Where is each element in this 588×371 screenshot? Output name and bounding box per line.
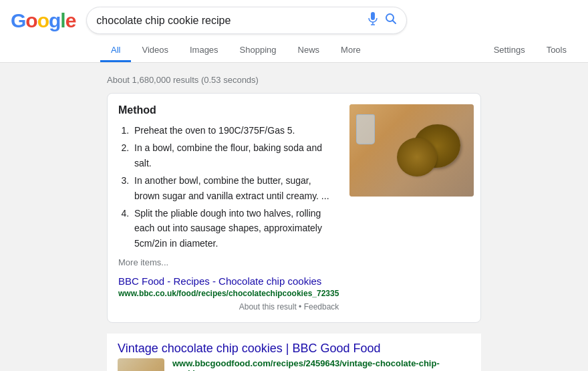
glass-decoration — [356, 114, 375, 144]
header-top: Google — [11, 7, 577, 39]
results-info: About 1,680,000 results (0.53 seconds) — [107, 68, 481, 93]
about-separator: • — [299, 302, 304, 312]
url-bold: recipes — [273, 358, 303, 368]
snippet-method-title: Method — [118, 104, 339, 116]
search-input[interactable] — [96, 15, 368, 27]
logo-g: G — [11, 9, 25, 31]
step-1: Preheat the oven to 190C/375F/Gas 5. — [132, 123, 339, 138]
feedback-link[interactable]: Feedback — [304, 302, 339, 312]
snippet-image — [349, 104, 474, 197]
header: Google — [0, 0, 588, 63]
step-4: Split the pliable dough into two halves,… — [132, 206, 339, 251]
main-content: About 1,680,000 results (0.53 seconds) M… — [0, 63, 588, 371]
svg-line-4 — [393, 21, 396, 24]
tab-tools[interactable]: Tools — [536, 39, 577, 62]
logo-o2: o — [37, 9, 49, 31]
url-prefix: www.bbcgoodfood.com/ — [172, 358, 273, 368]
svg-rect-0 — [371, 12, 375, 20]
search-result-2: Vintage chocolate chip cookies | BBC Goo… — [107, 334, 481, 371]
step-2: In a bowl, combine the flour, baking sod… — [132, 140, 339, 170]
tab-all[interactable]: All — [100, 39, 131, 62]
nav-tabs: All Videos Images Shopping News More Set… — [11, 39, 577, 62]
snippet-steps: Preheat the oven to 190C/375F/Gas 5. In … — [118, 123, 339, 251]
snippet-more-items[interactable]: More items... — [118, 257, 339, 267]
result-2-title-link[interactable]: Vintage chocolate chip cookies | BBC Goo… — [118, 342, 470, 356]
cookie-image — [349, 104, 474, 197]
logo-e: e — [65, 9, 76, 31]
url-suffix: /2459643/vintage- — [303, 358, 376, 368]
featured-snippet: Method Preheat the oven to 190C/375F/Gas… — [107, 93, 481, 323]
logo-o1: o — [25, 9, 37, 31]
search-bar — [86, 7, 407, 34]
step-3: In another bowl, combine the butter, sug… — [132, 173, 339, 203]
tab-more[interactable]: More — [330, 39, 372, 62]
snippet-about: About this result • Feedback — [118, 298, 339, 312]
snippet-site-link[interactable]: BBC Food - Recipes - Chocolate chip cook… — [118, 275, 321, 287]
search-icon[interactable] — [385, 13, 397, 28]
tab-news[interactable]: News — [287, 39, 331, 62]
search-icons — [368, 11, 397, 29]
logo-g2: g — [49, 9, 60, 31]
snippet-link-section: BBC Food - Recipes - Chocolate chip cook… — [118, 275, 339, 298]
tab-images[interactable]: Images — [179, 39, 229, 62]
nav-right: Settings Tools — [483, 39, 577, 62]
snippet-url: www.bbc.co.uk/food/recipes/chocolatechip… — [118, 289, 339, 298]
tab-settings[interactable]: Settings — [483, 39, 536, 62]
logo-l: l — [60, 9, 65, 31]
google-logo: Google — [11, 9, 76, 32]
about-this-result-link[interactable]: About this result — [239, 302, 297, 312]
result-2-info: www.bbcgoodfood.com/recipes/2459643/vint… — [172, 358, 470, 371]
result-2-thumbnail — [118, 358, 164, 371]
snippet-content: Method Preheat the oven to 190C/375F/Gas… — [118, 104, 339, 312]
tab-shopping[interactable]: Shopping — [229, 39, 287, 62]
microphone-icon[interactable] — [368, 11, 378, 29]
result-2-url: www.bbcgoodfood.com/recipes/2459643/vint… — [172, 358, 470, 371]
result-2-content: www.bbcgoodfood.com/recipes/2459643/vint… — [118, 358, 470, 371]
tab-videos[interactable]: Videos — [131, 39, 179, 62]
